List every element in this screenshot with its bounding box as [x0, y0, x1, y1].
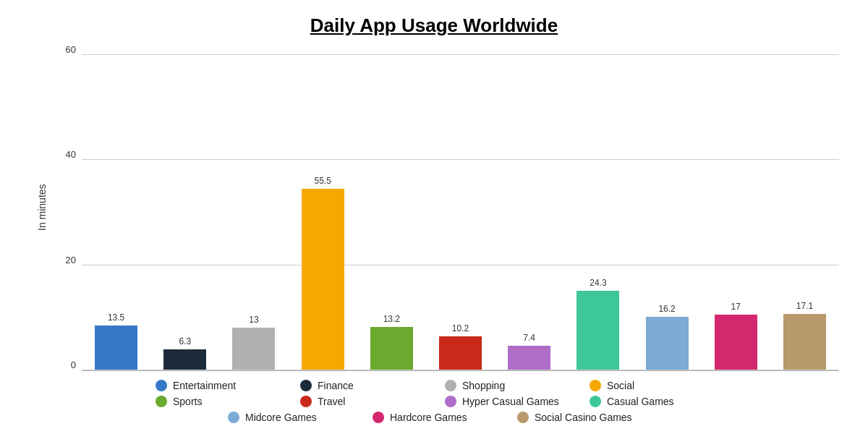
legend-label-text: Hyper Casual Games [462, 396, 559, 407]
legend-item: Entertainment [156, 380, 278, 391]
bar: 17 [715, 315, 757, 370]
legend-item: Finance [300, 380, 423, 391]
bar-group: 17.1 [770, 44, 839, 370]
chart-title: Daily App Usage Worldwide [310, 14, 558, 37]
legend-label-text: Sports [173, 396, 202, 407]
legend-color-dot [445, 396, 456, 407]
legend-item: Casual Games [590, 396, 712, 407]
legend-label-text: Travel [318, 396, 345, 407]
legend-item: Hyper Casual Games [445, 396, 568, 407]
bar: 16.2 [646, 317, 689, 370]
bar-value-label: 55.5 [314, 176, 331, 186]
legend-color-dot [156, 396, 167, 407]
bar-value-label: 13.5 [108, 312, 124, 323]
bar-rect [302, 189, 344, 370]
bar-group: 55.5 [289, 44, 357, 370]
grid-label: 40 [51, 149, 76, 160]
legend-label-text: Hardcore Games [390, 412, 467, 423]
bar: 13.5 [95, 326, 137, 370]
bar-rect [232, 328, 275, 370]
bar-group: 16.2 [633, 44, 702, 370]
legend-row: Midcore GamesHardcore GamesSocial Casino… [43, 412, 825, 423]
bar-rect [715, 315, 757, 370]
legend-color-dot [373, 412, 384, 423]
bar: 13 [232, 328, 275, 370]
legend-color-dot [517, 412, 529, 423]
chart-container: Daily App Usage Worldwide In minutes 604… [0, 0, 868, 434]
legend-color-dot [228, 412, 239, 423]
bar-value-label: 17 [731, 302, 741, 312]
legend-row: EntertainmentFinanceShoppingSocial [43, 380, 825, 391]
bar-rect [508, 346, 550, 370]
bars-wrapper: 13.56.31355.513.210.27.424.316.21717.1 [82, 44, 839, 370]
bar-rect [95, 326, 137, 370]
bar: 17.1 [783, 314, 826, 370]
y-axis-label: In minutes [29, 44, 51, 371]
legend-item: Social Casino Games [517, 412, 640, 423]
bar-rect [370, 327, 413, 370]
legend-item: Midcore Games [228, 412, 351, 423]
bar-rect [646, 317, 689, 370]
bar-rect [783, 314, 826, 370]
legend-label-text: Entertainment [173, 380, 236, 391]
legend-color-dot [300, 380, 312, 391]
legend-label-text: Finance [318, 380, 354, 391]
bar-group: 13 [219, 44, 288, 370]
bar: 55.5 [302, 189, 344, 370]
legend-label-text: Casual Games [607, 396, 674, 407]
bar: 6.3 [163, 349, 206, 370]
legend-area: EntertainmentFinanceShoppingSocialSports… [29, 371, 839, 427]
chart-area: In minutes 604020013.56.31355.513.210.27… [29, 44, 839, 371]
bar-value-label: 13 [249, 315, 258, 325]
bar: 7.4 [508, 346, 550, 370]
bar-group: 17 [702, 44, 770, 370]
bar-group: 13.2 [357, 44, 426, 370]
legend-item: Hardcore Games [373, 412, 495, 423]
legend-item: Social [590, 380, 712, 391]
grid-label: 0 [51, 359, 76, 370]
bar-rect [163, 349, 206, 370]
bar-group: 10.2 [426, 44, 495, 370]
legend-item: Sports [156, 396, 278, 407]
bar: 24.3 [576, 291, 619, 370]
chart-plot: 604020013.56.31355.513.210.27.424.316.21… [51, 44, 839, 370]
legend-label-text: Shopping [462, 380, 505, 391]
legend-label-text: Midcore Games [245, 412, 317, 423]
bar-value-label: 6.3 [179, 336, 191, 346]
bar-rect [576, 291, 619, 370]
bar-value-label: 7.4 [523, 333, 535, 343]
legend-color-dot [300, 396, 312, 407]
bar-value-label: 16.2 [658, 304, 675, 314]
bar-rect [439, 336, 482, 370]
bar-group: 6.3 [150, 44, 219, 370]
bar: 13.2 [370, 327, 413, 370]
legend-color-dot [590, 396, 601, 407]
bar-group: 7.4 [495, 44, 563, 370]
grid-label: 20 [51, 255, 76, 265]
bar-group: 13.5 [82, 44, 150, 370]
legend-label-text: Social [607, 380, 634, 391]
legend-color-dot [590, 380, 601, 391]
legend-item: Travel [300, 396, 423, 407]
chart-inner: 604020013.56.31355.513.210.27.424.316.21… [51, 44, 839, 371]
legend-label-text: Social Casino Games [535, 412, 632, 423]
grid-label: 60 [51, 44, 76, 55]
legend-color-dot [445, 380, 456, 391]
legend-color-dot [156, 380, 167, 391]
bar-value-label: 17.1 [796, 301, 813, 311]
bar: 10.2 [439, 336, 482, 370]
bar-group: 24.3 [563, 44, 632, 370]
legend-item: Shopping [445, 380, 568, 391]
legend-row: SportsTravelHyper Casual GamesCasual Gam… [43, 396, 825, 407]
bar-value-label: 10.2 [452, 323, 469, 333]
bar-value-label: 13.2 [383, 314, 400, 324]
bar-value-label: 24.3 [590, 278, 606, 288]
